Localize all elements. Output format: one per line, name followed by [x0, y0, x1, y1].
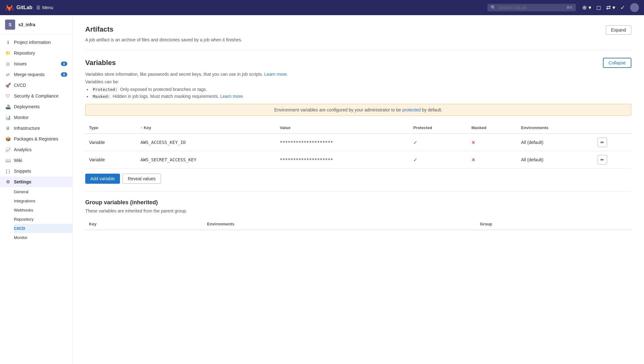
protected-check-icon: ✓	[413, 157, 417, 163]
sidebar-item-label: Monitor	[14, 115, 29, 120]
cell-edit[interactable]: ✏	[594, 151, 631, 169]
sidebar-sub-item-repository[interactable]: Repository	[14, 215, 72, 224]
masked-x-icon: ✕	[471, 140, 475, 145]
add-variable-button[interactable]: Add variable	[85, 174, 120, 184]
reveal-values-button[interactable]: Reveal values	[122, 174, 161, 184]
masked-learn-more-link[interactable]: Learn more.	[220, 94, 244, 99]
menu-button[interactable]: ☰ Menu	[36, 5, 53, 10]
sidebar-item-wiki[interactable]: 📖 Wiki	[0, 155, 72, 166]
merge-requests-icon[interactable]: ⇄ ▾	[606, 4, 615, 11]
variables-table-head: Type ↑ Key Value Protected Masked Enviro…	[85, 122, 631, 134]
edit-variable-button[interactable]: ✏	[598, 155, 607, 164]
sidebar-item-deployments[interactable]: 🚢 Deployments	[0, 101, 72, 112]
variables-description: Variables store information, like passwo…	[85, 72, 631, 77]
artifacts-expand-button[interactable]: Expand	[606, 25, 631, 35]
search-shortcut: ⌘K	[566, 5, 573, 10]
col-protected: Protected	[409, 122, 468, 134]
sidebar-sub-item-integrations[interactable]: Integrations	[14, 196, 72, 206]
sidebar-item-label: CI/CD	[14, 83, 26, 88]
variables-title: Variables	[85, 59, 116, 67]
repository-icon: 📁	[5, 50, 11, 56]
col-actions	[594, 122, 631, 134]
masked-x-icon: ✕	[471, 157, 475, 163]
cell-masked: ✕	[468, 151, 517, 169]
search-input[interactable]	[498, 5, 564, 10]
menu-icon: ☰	[36, 5, 40, 10]
sidebar-item-label: Settings	[14, 179, 31, 184]
sidebar-sub-item-webhooks[interactable]: Webhooks	[14, 206, 72, 215]
sidebar-item-project-information[interactable]: ℹ Project information	[0, 37, 72, 48]
variables-section-header: Variables Collapse	[85, 58, 631, 68]
deployments-icon: 🚢	[5, 104, 11, 110]
sidebar-item-cicd[interactable]: 🚀 CI/CD	[0, 80, 72, 91]
sidebar-item-analytics[interactable]: 📈 Analytics	[0, 144, 72, 155]
gitlab-logo[interactable]: GitLab	[5, 3, 33, 12]
table-row: Variable AWS_SECRET_ACCESS_KEY *********…	[85, 151, 631, 169]
protected-bullet: Protected: Only exposed to protected bra…	[92, 87, 631, 92]
new-item-button[interactable]: ⊕ ▾	[582, 4, 591, 11]
protected-link[interactable]: protected	[402, 107, 420, 112]
cell-type: Variable	[85, 151, 137, 169]
edit-variable-button[interactable]: ✏	[598, 138, 607, 147]
sidebar-sub-item-cicd[interactable]: CI/CD	[14, 224, 72, 233]
sidebar-item-label: Project information	[14, 40, 51, 45]
sidebar-item-label: Wiki	[14, 158, 22, 163]
variables-table: Type ↑ Key Value Protected Masked Enviro…	[85, 122, 631, 169]
col-masked: Masked	[468, 122, 517, 134]
group-table-head: Key Environments Group	[85, 218, 631, 230]
sidebar-item-snippets[interactable]: { } Snippets	[0, 166, 72, 176]
search-icon: 🔍	[491, 5, 496, 10]
sidebar-sub-item-general[interactable]: General	[14, 187, 72, 196]
protected-check-icon: ✓	[413, 140, 417, 145]
variables-bullets: Protected: Only exposed to protected bra…	[92, 87, 631, 99]
project-header[interactable]: S s3_infra	[0, 15, 72, 34]
sidebar-item-label: Infrastructure	[14, 126, 40, 131]
info-icon: ℹ	[5, 39, 11, 45]
artifacts-section-header: Artifacts Expand	[85, 25, 631, 35]
gitlab-logo-icon	[5, 3, 14, 12]
sidebar-item-packages-registries[interactable]: 📦 Packages & Registries	[0, 134, 72, 144]
sidebar-item-label: Snippets	[14, 169, 31, 174]
sidebar-item-repository[interactable]: 📁 Repository	[0, 48, 72, 58]
env-vars-banner: Environment variables are configured by …	[85, 104, 631, 116]
group-variables-table: Key Environments Group	[85, 218, 631, 230]
variables-collapse-button[interactable]: Collapse	[603, 58, 631, 68]
sidebar-item-infrastructure[interactable]: 🖥 Infrastructure	[0, 123, 72, 134]
variables-table-body: Variable AWS_ACCESS_KEY_ID *************…	[85, 134, 631, 169]
search-bar[interactable]: 🔍 ⌘K	[487, 4, 576, 11]
project-avatar: S	[5, 20, 15, 30]
cell-key: AWS_SECRET_ACCESS_KEY	[137, 151, 276, 169]
infrastructure-icon: 🖥	[5, 125, 11, 131]
sidebar-item-settings[interactable]: ⚙ Settings	[0, 176, 72, 187]
wiki-icon: 📖	[5, 158, 11, 163]
merge-requests-badge: 0	[61, 72, 67, 77]
gitlab-wordmark: GitLab	[16, 5, 33, 10]
col-key[interactable]: ↑ Key	[137, 122, 276, 134]
sidebar-item-security-compliance[interactable]: 🛡 Security & Compliance	[0, 91, 72, 101]
analytics-icon: 📈	[5, 147, 11, 152]
cell-edit[interactable]: ✏	[594, 134, 631, 151]
sidebar-item-label: Analytics	[14, 147, 32, 152]
group-col-key: Key	[85, 218, 203, 230]
shield-icon: 🛡	[5, 93, 11, 99]
issues-icon[interactable]: ◻	[596, 4, 601, 11]
group-vars-title: Group variables (inherited)	[85, 199, 631, 206]
monitor-icon: 📊	[5, 115, 11, 120]
cell-protected: ✓	[409, 134, 468, 151]
table-row: Variable AWS_ACCESS_KEY_ID *************…	[85, 134, 631, 151]
user-avatar[interactable]	[630, 3, 639, 12]
group-vars-divider	[85, 191, 631, 192]
menu-label: Menu	[42, 5, 53, 10]
sidebar-item-label: Merge requests	[14, 72, 45, 77]
settings-icon: ⚙	[5, 179, 11, 185]
sidebar-item-merge-requests[interactable]: ⇄ Merge requests 0	[0, 69, 72, 80]
sidebar-item-monitor[interactable]: 📊 Monitor	[0, 112, 72, 123]
todos-icon[interactable]: ✓	[620, 4, 625, 11]
package-icon: 📦	[5, 136, 11, 142]
sidebar-sub-item-monitor[interactable]: Monitor	[14, 233, 72, 242]
table-actions: Add variable Reveal values	[85, 174, 631, 184]
group-col-environments: Environments	[203, 218, 476, 230]
sidebar-item-issues[interactable]: ◎ Issues 0	[0, 58, 72, 69]
cell-protected: ✓	[409, 151, 468, 169]
variables-learn-more-link[interactable]: Learn more.	[264, 72, 288, 77]
